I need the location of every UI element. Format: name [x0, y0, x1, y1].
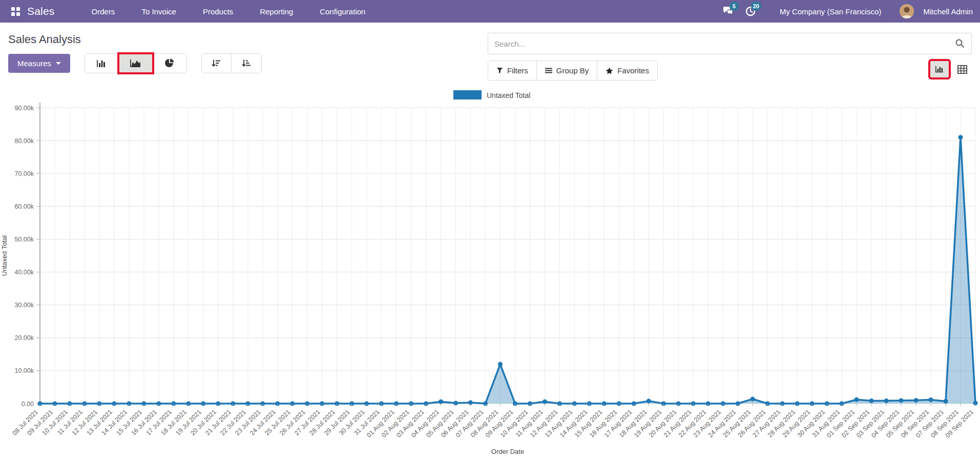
star-icon — [606, 67, 613, 74]
legend-swatch — [453, 90, 482, 99]
messages-button[interactable]: 5 — [719, 3, 737, 20]
graph-view-button[interactable] — [930, 61, 949, 78]
graph-view-icon — [935, 65, 944, 73]
area-chart-icon — [130, 59, 141, 68]
avatar-image — [900, 4, 914, 18]
sort-descending-icon — [212, 59, 221, 68]
line-chart-button[interactable] — [119, 54, 153, 73]
menu-configuration[interactable]: Configuration — [308, 1, 377, 22]
bar-chart-icon — [96, 59, 107, 68]
x-axis-title: Order Date — [491, 448, 524, 455]
app-name[interactable]: Sales — [27, 5, 55, 17]
top-nav-bar: Sales Orders To Invoice Products Reporti… — [0, 0, 980, 23]
pie-chart-button[interactable] — [153, 54, 186, 73]
y-tick-label: 30.00k — [14, 302, 34, 309]
data-point[interactable] — [439, 399, 443, 404]
data-point[interactable] — [884, 398, 889, 403]
group-by-label: Group By — [556, 66, 589, 75]
filters-label: Filters — [507, 66, 528, 75]
y-tick-label: 20.00k — [14, 334, 34, 342]
group-by-icon — [545, 67, 552, 74]
sales-analysis-chart: 0.0010.00k20.00k30.00k40.00k50.00k60.00k… — [0, 77, 980, 460]
pivot-table-icon — [957, 65, 967, 74]
y-tick-label: 50.00k — [14, 236, 34, 243]
activities-button[interactable]: 20 — [742, 3, 759, 20]
control-panel: Sales Analysis Measures — [0, 23, 980, 81]
data-point[interactable] — [929, 397, 933, 402]
sort-ascending-icon — [242, 59, 251, 68]
y-tick-label: 40.00k — [14, 269, 34, 276]
data-point[interactable] — [750, 397, 755, 402]
y-tick-label: 60.00k — [14, 203, 34, 210]
y-tick-label: 10.00k — [14, 367, 34, 374]
search-icon[interactable] — [955, 38, 965, 51]
search-input[interactable] — [488, 33, 971, 54]
page-title: Sales Analysis — [8, 33, 488, 46]
sort-ascending-button[interactable] — [232, 54, 261, 73]
y-tick-label: 0.00 — [22, 401, 34, 408]
data-point[interactable] — [958, 135, 963, 139]
data-point[interactable] — [899, 398, 904, 403]
user-menu[interactable]: Mitchell Admin — [923, 7, 973, 16]
area-chart-canvas: 0.0010.00k20.00k30.00k40.00k50.00k60.00k… — [0, 77, 980, 460]
activities-count-badge: 20 — [751, 2, 761, 11]
user-avatar[interactable] — [900, 4, 914, 18]
data-point[interactable] — [914, 398, 919, 403]
menu-products[interactable]: Products — [192, 1, 244, 22]
pie-chart-icon — [164, 58, 175, 69]
menu-to-invoice[interactable]: To Invoice — [130, 1, 187, 22]
y-tick-label: 70.00k — [14, 170, 34, 177]
favorites-label: Favorites — [617, 66, 649, 75]
data-point[interactable] — [543, 399, 547, 404]
series-line — [40, 137, 975, 404]
data-point[interactable] — [647, 398, 651, 403]
y-axis-title: Untaxed Total — [1, 235, 8, 276]
legend-label[interactable]: Untaxed Total — [487, 91, 530, 99]
data-point[interactable] — [854, 397, 859, 402]
view-switcher — [930, 61, 972, 78]
filter-funnel-icon — [496, 67, 503, 74]
measures-label: Measures — [17, 59, 51, 68]
messages-count-badge: 5 — [729, 2, 739, 11]
y-tick-label: 90.00k — [14, 105, 34, 112]
bar-chart-button[interactable] — [85, 54, 119, 73]
systray: 5 20 My Company (San Francisco) Mitchell… — [719, 3, 973, 20]
measures-button[interactable]: Measures — [8, 54, 70, 73]
data-point[interactable] — [869, 398, 874, 403]
menu-reporting[interactable]: Reporting — [248, 1, 304, 22]
data-point[interactable] — [498, 362, 503, 367]
company-switcher[interactable]: My Company (San Francisco) — [780, 7, 881, 16]
main-menu: Orders To Invoice Products Reporting Con… — [80, 1, 377, 22]
apps-menu-icon[interactable] — [11, 7, 20, 16]
search-bar — [488, 33, 972, 54]
y-tick-label: 80.00k — [14, 137, 34, 145]
data-point[interactable] — [944, 399, 948, 404]
series-area-fill — [40, 137, 975, 404]
menu-orders[interactable]: Orders — [80, 1, 127, 22]
chart-type-group — [85, 53, 187, 73]
sort-descending-button[interactable] — [202, 54, 232, 73]
chevron-down-icon — [56, 62, 61, 65]
sort-group — [201, 53, 262, 73]
pivot-view-button[interactable] — [952, 61, 972, 78]
